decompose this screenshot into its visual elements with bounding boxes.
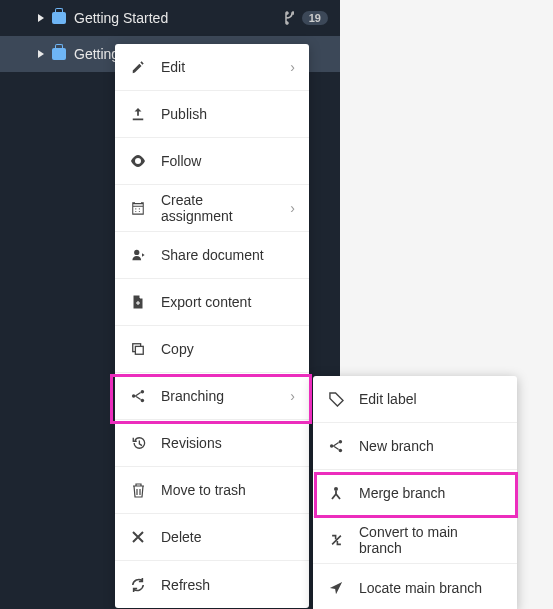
- convert-icon: [327, 533, 345, 547]
- context-menu: Edit › Publish Follow Create assignment …: [115, 44, 309, 608]
- menu-item-label: Branching: [161, 388, 276, 404]
- branching-icon: [129, 389, 147, 403]
- tree-item-getting-started[interactable]: Getting Started 19: [0, 0, 340, 36]
- svg-rect-2: [135, 346, 143, 354]
- branching-submenu: Edit label New branch Merge branch Conve…: [313, 376, 517, 609]
- submenu-item-merge-branch[interactable]: Merge branch: [313, 470, 517, 517]
- tree-item-label: Getting Started: [74, 10, 276, 26]
- locate-icon: [327, 581, 345, 595]
- submenu-item-label: Convert to main branch: [359, 524, 503, 556]
- submenu-item-label: Locate main branch: [359, 580, 503, 596]
- share-user-icon: [129, 248, 147, 262]
- tag-icon: [327, 392, 345, 407]
- menu-item-export-content[interactable]: Export content: [115, 279, 309, 326]
- menu-item-publish[interactable]: Publish: [115, 91, 309, 138]
- menu-item-follow[interactable]: Follow: [115, 138, 309, 185]
- eye-icon: [129, 155, 147, 167]
- menu-item-delete[interactable]: Delete: [115, 514, 309, 561]
- submenu-item-new-branch[interactable]: New branch: [313, 423, 517, 470]
- menu-item-label: Create assignment: [161, 192, 276, 224]
- menu-item-label: Move to trash: [161, 482, 295, 498]
- briefcase-icon: [52, 48, 66, 60]
- upload-icon: [129, 107, 147, 121]
- menu-item-label: Edit: [161, 59, 276, 75]
- menu-item-revisions[interactable]: Revisions: [115, 420, 309, 467]
- menu-item-label: Copy: [161, 341, 295, 357]
- menu-item-label: Revisions: [161, 435, 295, 451]
- menu-item-label: Share document: [161, 247, 295, 263]
- menu-item-label: Refresh: [161, 577, 295, 593]
- copy-icon: [129, 342, 147, 356]
- submenu-item-label: Merge branch: [359, 485, 503, 501]
- menu-item-refresh[interactable]: Refresh: [115, 561, 309, 608]
- refresh-icon: [129, 578, 147, 592]
- svg-point-8: [339, 449, 343, 453]
- svg-point-4: [141, 390, 145, 394]
- caret-right-icon: [38, 14, 44, 22]
- calendar-icon: [129, 201, 147, 215]
- menu-item-share-document[interactable]: Share document: [115, 232, 309, 279]
- menu-item-label: Delete: [161, 529, 295, 545]
- chevron-right-icon: ›: [290, 59, 295, 75]
- menu-item-branching[interactable]: Branching ›: [115, 373, 309, 420]
- submenu-item-label: Edit label: [359, 391, 503, 407]
- chevron-right-icon: ›: [290, 200, 295, 216]
- briefcase-icon: [52, 12, 66, 24]
- menu-item-edit[interactable]: Edit ›: [115, 44, 309, 91]
- branch-icon: [284, 11, 294, 25]
- count-badge: 19: [302, 11, 328, 25]
- svg-point-9: [334, 487, 338, 491]
- menu-item-copy[interactable]: Copy: [115, 326, 309, 373]
- file-export-icon: [129, 295, 147, 310]
- menu-item-label: Publish: [161, 106, 295, 122]
- branching-icon: [327, 439, 345, 453]
- menu-item-create-assignment[interactable]: Create assignment ›: [115, 185, 309, 232]
- merge-icon: [327, 486, 345, 501]
- menu-item-move-to-trash[interactable]: Move to trash: [115, 467, 309, 514]
- svg-point-5: [141, 399, 145, 403]
- edit-icon: [129, 60, 147, 74]
- menu-item-label: Export content: [161, 294, 295, 310]
- svg-point-3: [132, 394, 136, 398]
- svg-point-7: [339, 440, 343, 444]
- submenu-item-edit-label[interactable]: Edit label: [313, 376, 517, 423]
- menu-item-label: Follow: [161, 153, 295, 169]
- caret-right-icon: [38, 50, 44, 58]
- submenu-item-locate-main-branch[interactable]: Locate main branch: [313, 564, 517, 609]
- chevron-right-icon: ›: [290, 388, 295, 404]
- history-icon: [129, 436, 147, 450]
- submenu-item-label: New branch: [359, 438, 503, 454]
- submenu-item-convert-main-branch[interactable]: Convert to main branch: [313, 517, 517, 564]
- svg-point-6: [330, 444, 334, 448]
- delete-icon: [129, 531, 147, 543]
- trash-icon: [129, 483, 147, 498]
- svg-point-0: [134, 250, 139, 255]
